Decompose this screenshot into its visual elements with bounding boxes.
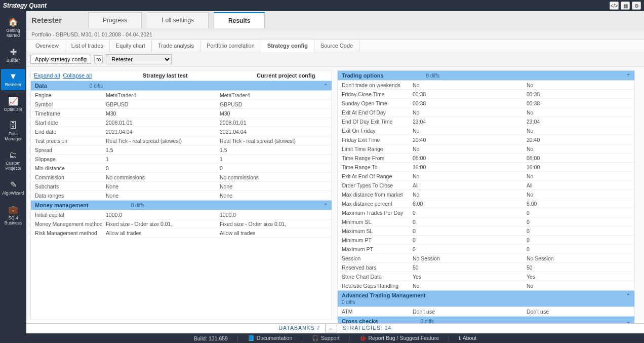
row-value-a: 20:40 <box>413 137 527 143</box>
subtab-portfolio-correlation[interactable]: Portfolio correlation <box>200 40 261 52</box>
collapse-all-link[interactable]: Collapse all <box>63 72 92 79</box>
section-header-cross-checks[interactable]: Cross checks0 diffs <box>338 316 634 323</box>
grid-icon[interactable]: ▦ <box>621 2 630 10</box>
row-key: Time Range To <box>342 164 413 170</box>
row-key: Timeframe <box>35 110 106 117</box>
sidebar-item-sq-4-business[interactable]: 💼SQ 4 Business <box>1 202 25 228</box>
about-link[interactable]: ℹAbout <box>459 335 476 341</box>
headset-icon: 🎧 <box>312 335 319 341</box>
config-row: Store Chart DataYesYes <box>338 272 634 281</box>
config-row: End date2021.04.042021.04.04 <box>31 127 332 136</box>
sidebar-icon: ▼ <box>9 72 17 81</box>
config-row: SymbolGBPUSDGBPUSD <box>31 100 332 109</box>
app-logo: Strategy Quant <box>3 2 47 9</box>
subtab-list-of-trades[interactable]: List of trades <box>65 40 110 52</box>
sidebar-item-builder[interactable]: ✚Builder <box>1 44 25 66</box>
sidebar-item-retester[interactable]: ▼Retester <box>1 69 25 90</box>
config-row: Don't trade on weekendsNoNo <box>338 81 634 90</box>
sidebar-item-optimizer[interactable]: 📈Optimizer <box>1 93 25 115</box>
subtab-trade-analysis[interactable]: Trade analysis <box>152 40 200 52</box>
sidebar-item-label: SQ 4 Business <box>2 215 24 225</box>
row-key: Min distance <box>35 165 106 171</box>
config-row: Slippage11 <box>31 155 332 164</box>
subtab-strategy-config[interactable]: Strategy config <box>261 40 314 52</box>
docs-link[interactable]: 📘Documentation <box>248 335 293 341</box>
row-key: Engine <box>35 92 106 98</box>
section-header-money-management[interactable]: Money management0 diffs <box>31 200 332 210</box>
report-bug-link[interactable]: 🐞Report Bug / Suggest Feature <box>359 335 439 341</box>
section-title: Cross checks <box>342 318 378 323</box>
apply-strategy-config-button[interactable]: Apply strategy config <box>30 55 91 64</box>
databanks-count: 7 <box>317 325 320 331</box>
expand-databanks-icon[interactable]: ︿ <box>325 325 337 332</box>
config-row: End Of Day Exit Time23:0423:04 <box>338 117 634 126</box>
sidebar-item-getting-started[interactable]: 🏠Getting started <box>1 14 25 41</box>
sidebar-item-label: Retester <box>5 82 21 87</box>
row-value-a: No <box>413 82 527 88</box>
subtab-overview[interactable]: Overview <box>29 40 65 52</box>
row-value-b: All <box>527 182 630 188</box>
databanks-bar[interactable]: DATABANKS 7 ︿ STRATEGIES: 14 <box>26 323 644 333</box>
subtab-equity-chart[interactable]: Equity chart <box>110 40 152 52</box>
sidebar-item-algowizard[interactable]: ✎AlgoWizard <box>1 177 25 199</box>
sidebar-item-custom-projects[interactable]: 🗂Custom Projects <box>1 147 25 174</box>
title-bar: Retester ProgressFull settingsResults <box>26 11 644 29</box>
code-icon[interactable]: </> <box>610 2 619 10</box>
sidebar-item-data-manager[interactable]: 🗄Data Manager <box>1 118 25 144</box>
left-column-header: Expand all Collapse all Strategy last te… <box>31 70 332 81</box>
config-row: Time Range From08:0008:00 <box>338 154 634 163</box>
subtab-source-code[interactable]: Source Code <box>314 40 359 52</box>
row-value-a: 2008.01.01 <box>106 120 220 126</box>
row-value-b: 20:40 <box>527 137 630 143</box>
tab-results[interactable]: Results <box>214 12 265 28</box>
row-value-b: No <box>527 128 630 134</box>
section-header-data[interactable]: Data0 diffs <box>31 81 332 91</box>
row-value-b: Don't use <box>527 309 630 315</box>
row-value-a: None <box>106 183 220 189</box>
strategies-count: 14 <box>385 325 392 331</box>
row-value-a: No <box>413 146 527 152</box>
bug-icon: 🐞 <box>359 335 367 341</box>
section-header-advanced-trading-management[interactable]: Advanced Trading Management0 diffs <box>338 290 634 307</box>
config-row: Minimum PT00 <box>338 236 634 245</box>
config-row: Realistic Gaps HandlingNoNo <box>338 281 634 290</box>
top-header: Strategy Quant </> ▦ ⚙ <box>0 0 644 11</box>
tab-full-settings[interactable]: Full settings <box>147 12 209 28</box>
config-row: Initial capital1000.01000.0 <box>31 210 332 219</box>
config-row: Data rangesNoneNone <box>31 191 332 200</box>
row-value-a: 1.5 <box>106 147 220 153</box>
config-row: Friday Exit Time20:4020:40 <box>338 135 634 144</box>
row-key: Maximum PT <box>342 246 413 252</box>
row-key: Store Chart Data <box>342 274 413 280</box>
row-value-a: 0 <box>413 237 527 243</box>
gear-icon[interactable]: ⚙ <box>632 2 641 10</box>
apply-config-row: Apply strategy config to Retester <box>26 52 644 67</box>
row-value-a: 0 <box>413 210 527 216</box>
row-value-b: No <box>527 109 630 116</box>
config-row: TimeframeM30M30 <box>31 109 332 118</box>
section-header-trading-options[interactable]: Trading options0 diffs <box>338 70 634 81</box>
row-key: Session <box>342 255 413 261</box>
section-diffs: 0 diffs <box>342 299 630 305</box>
row-value-a: No <box>413 192 527 198</box>
section-diffs: 0 diffs <box>421 319 434 324</box>
config-row: Max distance from marketNoNo <box>338 190 634 199</box>
build-label: Build: 131.659 <box>194 335 228 341</box>
support-link[interactable]: 🎧Support <box>312 335 340 341</box>
tab-progress[interactable]: Progress <box>88 12 142 28</box>
expand-all-link[interactable]: Expand all <box>34 72 60 79</box>
row-value-b: 0 <box>527 219 630 225</box>
config-row: ATMDon't useDon't use <box>338 307 634 316</box>
row-key: Max distance percent <box>342 201 413 207</box>
apply-target-select[interactable]: Retester <box>106 54 172 64</box>
row-key: Realistic Gaps Handling <box>342 283 413 289</box>
row-value-a: 0 <box>413 228 527 234</box>
row-key: Friday Close Time <box>342 91 413 97</box>
row-key: Minimum SL <box>342 219 413 225</box>
row-value-a: Yes <box>413 274 527 280</box>
config-row: Test precisionReal Tick - real spread (s… <box>31 136 332 145</box>
sidebar-icon: ✚ <box>10 47 17 57</box>
config-row: Friday Close Time00:3800:38 <box>338 90 634 99</box>
sidebar-item-label: Data Manager <box>2 131 24 141</box>
row-value-a: 6.00 <box>413 201 527 207</box>
